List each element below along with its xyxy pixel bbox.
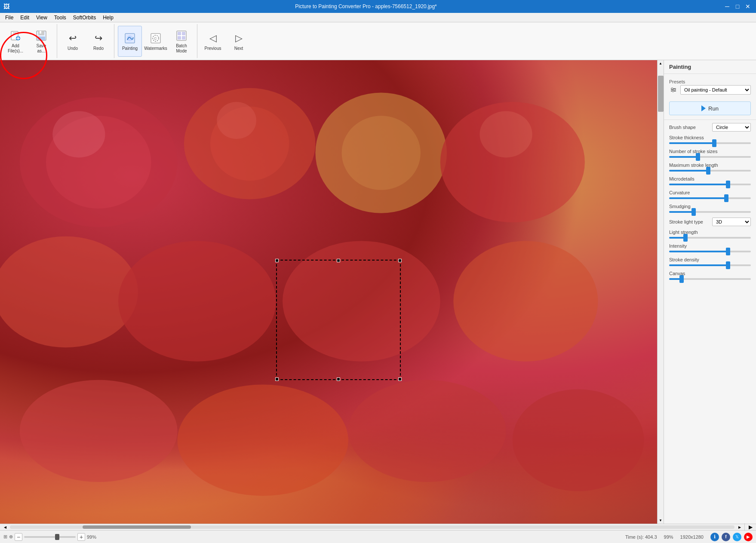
stroke-density-slider[interactable] <box>669 262 751 268</box>
svg-point-40 <box>671 88 673 89</box>
run-arrow-icon <box>701 105 706 111</box>
svg-rect-16 <box>182 32 185 35</box>
status-bar: ⊞ ⊕ − + 99% Time (s): 404.3 99% 1920x128… <box>0 530 756 543</box>
panel-title: Painting <box>664 60 756 72</box>
scroll-down-button[interactable]: ▼ <box>658 517 664 524</box>
watermarks-icon: © <box>149 31 163 45</box>
menu-tools[interactable]: Tools <box>51 14 70 21</box>
brush-shape-param: Brush shape Circle Square <box>664 122 756 134</box>
scroll-left-button[interactable]: ◀ <box>2 524 8 531</box>
stroke-density-label: Stroke density <box>669 257 751 262</box>
watermarks-label: Watermarks <box>144 46 167 51</box>
svg-rect-17 <box>178 36 181 40</box>
social-icons: ℹ f 𝕏 ▶ <box>710 533 753 541</box>
next-label: Next <box>234 46 243 51</box>
menu-softorbits[interactable]: SoftOrbits <box>70 14 99 21</box>
undo-button[interactable]: ↩ Undo <box>61 26 85 57</box>
toolbar-file-group: AddFile(s)... Saveas... <box>3 24 57 58</box>
batch-mode-button[interactable]: BatchMode <box>169 26 194 57</box>
info-icon[interactable]: ℹ <box>710 533 719 541</box>
max-stroke-length-param: Maximum stroke length <box>664 161 756 175</box>
run-button[interactable]: Run <box>669 101 751 115</box>
smudging-slider[interactable] <box>669 209 751 215</box>
light-strength-slider[interactable] <box>669 235 751 241</box>
window-title: Picture to Painting Converter Pro - appl… <box>9 3 722 9</box>
scroll-track-horizontal[interactable] <box>10 525 734 529</box>
painting-button[interactable]: Painting <box>118 26 142 57</box>
horizontal-scrollbar[interactable]: ◀ ▶ ▶ <box>0 524 756 530</box>
zoom-in-button[interactable]: + <box>77 533 85 541</box>
smudging-label: Smudging <box>669 204 751 209</box>
brush-shape-select[interactable]: Circle Square <box>712 123 751 132</box>
batch-mode-label: BatchMode <box>176 43 187 54</box>
stroke-thickness-label: Stroke thickness <box>669 135 751 140</box>
youtube-icon[interactable]: ▶ <box>744 533 753 541</box>
watermarks-button[interactable]: © Watermarks <box>144 26 168 57</box>
scroll-right-button[interactable]: ▶ <box>736 524 743 531</box>
toolbar: AddFile(s)... Saveas... ↩ Undo <box>0 22 756 60</box>
presets-select[interactable]: Oil painting - Default Watercolor Sketch <box>680 85 751 95</box>
menu-help[interactable]: Help <box>99 14 117 21</box>
svg-rect-7 <box>40 31 41 34</box>
right-panel: Painting Presets Oil painting - Default … <box>664 60 756 524</box>
light-strength-param: Light strength <box>664 228 756 242</box>
svg-point-28 <box>283 241 440 361</box>
close-button[interactable]: ✕ <box>743 2 753 11</box>
presets-section: Presets Oil painting - Default Watercolo… <box>664 76 756 99</box>
window: 🖼 Picture to Painting Converter Pro - ap… <box>0 0 756 543</box>
redo-button[interactable]: ↪ Redo <box>86 26 111 57</box>
maximize-button[interactable]: □ <box>733 2 742 11</box>
curvature-label: Curvature <box>669 190 751 195</box>
minimize-button[interactable]: ─ <box>722 2 732 11</box>
next-button[interactable]: ▷ Next <box>227 26 251 57</box>
max-stroke-length-slider[interactable] <box>669 168 751 174</box>
microdetails-slider[interactable] <box>669 181 751 187</box>
previous-icon: ◁ <box>206 31 220 45</box>
previous-label: Previous <box>205 46 221 51</box>
scroll-track-vertical[interactable] <box>658 67 664 517</box>
batch-mode-icon <box>175 29 188 43</box>
svg-rect-1 <box>13 31 16 34</box>
scroll-thumb-horizontal[interactable] <box>83 525 191 529</box>
run-label: Run <box>708 105 719 112</box>
expand-button[interactable]: ▶ <box>747 523 754 531</box>
add-files-icon <box>9 29 22 43</box>
svg-point-35 <box>217 102 256 139</box>
stroke-light-type-select[interactable]: 3D 2D None <box>712 218 751 226</box>
menu-file[interactable]: File <box>2 14 17 21</box>
painting-label: Painting <box>122 46 138 51</box>
scroll-thumb-vertical[interactable] <box>658 76 664 112</box>
svg-point-27 <box>118 241 276 361</box>
zoom-out-button[interactable]: − <box>15 533 22 541</box>
twitter-icon[interactable]: 𝕏 <box>733 533 741 541</box>
svg-rect-8 <box>37 37 45 40</box>
previous-button[interactable]: ◁ Previous <box>201 26 225 57</box>
num-stroke-sizes-slider[interactable] <box>669 154 751 160</box>
stroke-light-type-label: Stroke light type <box>669 219 703 224</box>
canvas-slider[interactable] <box>669 276 751 282</box>
canvas-area[interactable] <box>0 60 657 524</box>
menu-view[interactable]: View <box>33 14 51 21</box>
image-dimensions: 1920x1280 <box>680 534 704 540</box>
canvas-param: Canvas <box>664 270 756 283</box>
main-layout: ▲ ▼ Painting Presets <box>0 60 756 530</box>
scroll-up-button[interactable]: ▲ <box>658 60 664 67</box>
curvature-slider[interactable] <box>669 195 751 201</box>
presets-icon <box>669 86 678 94</box>
vertical-scrollbar[interactable]: ▲ ▼ <box>657 60 664 524</box>
svg-point-32 <box>348 380 506 482</box>
svg-point-29 <box>453 241 598 361</box>
presets-row: Oil painting - Default Watercolor Sketch <box>669 85 751 95</box>
redo-label: Redo <box>93 46 104 51</box>
zoom-value: 99% <box>87 534 101 540</box>
intensity-slider[interactable] <box>669 248 751 255</box>
stroke-thickness-slider[interactable] <box>669 140 751 146</box>
status-left: ⊞ ⊕ − + 99% <box>3 533 101 541</box>
status-icon-1: ⊞ <box>3 534 7 540</box>
facebook-icon[interactable]: f <box>722 533 730 541</box>
add-files-button[interactable]: AddFile(s)... <box>3 26 28 57</box>
panel-divider-top <box>664 74 756 74</box>
menu-edit[interactable]: Edit <box>17 14 33 21</box>
zoom-slider[interactable] <box>24 536 76 538</box>
save-as-button[interactable]: Saveas... <box>29 26 53 57</box>
